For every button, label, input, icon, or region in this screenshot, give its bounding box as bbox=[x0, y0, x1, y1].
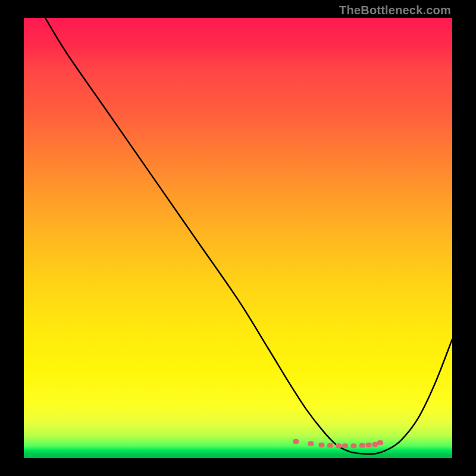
optimal-dot bbox=[308, 441, 314, 446]
optimal-range-dots bbox=[293, 439, 383, 448]
optimal-dot bbox=[327, 443, 333, 448]
curve-svg bbox=[24, 18, 452, 458]
optimal-dot bbox=[366, 443, 372, 447]
bottleneck-curve-path bbox=[45, 18, 452, 454]
optimal-dot bbox=[350, 443, 356, 448]
optimal-dot bbox=[318, 443, 324, 447]
watermark-text: TheBottleneck.com bbox=[339, 4, 451, 17]
optimal-dot bbox=[342, 443, 348, 448]
optimal-dot bbox=[359, 443, 365, 448]
chart-stage: TheBottleneck.com bbox=[0, 0, 476, 476]
optimal-dot bbox=[372, 442, 378, 447]
plot-area bbox=[24, 18, 452, 458]
optimal-dot bbox=[377, 440, 383, 445]
optimal-dot bbox=[293, 439, 299, 444]
optimal-dot bbox=[336, 443, 342, 448]
